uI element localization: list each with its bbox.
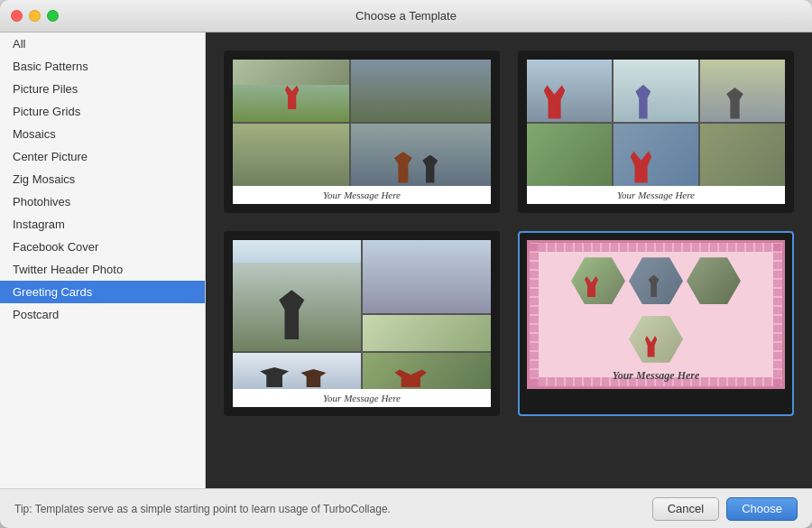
photo-block (233, 60, 349, 122)
sidebar-item-picture-piles[interactable]: Picture Piles (0, 78, 205, 100)
sidebar-item-all[interactable]: All (0, 32, 205, 55)
bottom-bar: Tip: Templates serve as a simple startin… (0, 488, 812, 528)
template-card-1[interactable]: Your Message Here (224, 51, 500, 213)
maximize-button[interactable] (47, 10, 59, 22)
sidebar-item-basic-patterns[interactable]: Basic Patterns (0, 55, 205, 78)
template-message-2: Your Message Here (527, 186, 785, 204)
template-preview-3: Your Message Here (233, 240, 491, 407)
template-card-3[interactable]: Your Message Here (224, 231, 500, 416)
template-message-1: Your Message Here (233, 186, 491, 204)
choose-button[interactable]: Choose (726, 497, 798, 521)
sidebar-item-center-picture[interactable]: Center Picture (0, 145, 205, 168)
button-group: Cancel Choose (652, 497, 798, 521)
template-preview-4: Your Message Here (527, 240, 785, 389)
sidebar-item-picture-grids[interactable]: Picture Grids (0, 100, 205, 123)
template-preview-1: Your Message Here (233, 60, 491, 204)
sidebar-item-instagram[interactable]: Instagram (0, 213, 205, 236)
templates-grid: Your Message Here (206, 32, 812, 488)
sidebar-item-mosaics[interactable]: Mosaics (0, 123, 205, 145)
window-controls (11, 10, 59, 22)
photo-block (351, 60, 491, 122)
cancel-button[interactable]: Cancel (652, 497, 719, 521)
photo-block (351, 124, 491, 186)
main-content: All Basic Patterns Picture Piles Picture… (0, 32, 812, 488)
sidebar: All Basic Patterns Picture Piles Picture… (0, 32, 206, 488)
photo-block (233, 124, 349, 186)
dialog-title: Choose a Template (355, 9, 457, 23)
sidebar-item-greeting-cards[interactable]: Greeting Cards (0, 281, 205, 303)
sidebar-item-photohives[interactable]: Photohives (0, 190, 205, 213)
template-card-4[interactable]: Your Message Here (518, 231, 794, 416)
sidebar-item-postcard[interactable]: Postcard (0, 303, 205, 326)
tip-text: Tip: Templates serve as a simple startin… (14, 503, 652, 515)
minimize-button[interactable] (29, 10, 41, 22)
template-message-3: Your Message Here (233, 389, 491, 407)
template-preview-2: Your Message Here (527, 60, 785, 204)
title-bar: Choose a Template (0, 0, 812, 32)
sidebar-item-zig-mosaics[interactable]: Zig Mosaics (0, 168, 205, 190)
close-button[interactable] (11, 10, 23, 22)
sidebar-item-facebook-cover[interactable]: Facebook Cover (0, 236, 205, 258)
sidebar-item-twitter-header-photo[interactable]: Twitter Header Photo (0, 258, 205, 281)
template-card-2[interactable]: Your Message Here (518, 51, 794, 213)
template-message-4: Your Message Here (530, 369, 782, 383)
